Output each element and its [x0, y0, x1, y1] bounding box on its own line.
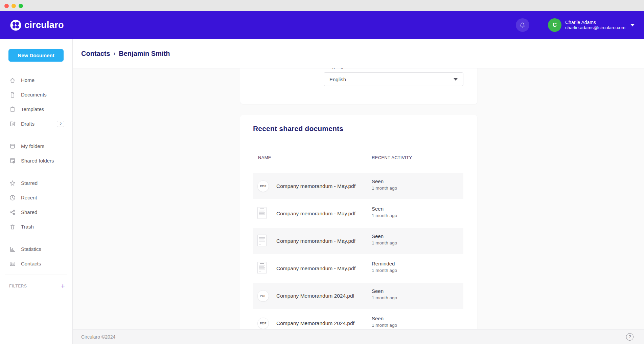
table-row[interactable]: Company memorandum - May.pdf Seen 1 mont…	[253, 200, 463, 227]
sidebar: New Document Home Documents Templates Dr…	[0, 39, 73, 344]
app-header: circularo C Charlie Adams charlie.adams@…	[0, 11, 644, 39]
sidebar-item-drafts[interactable]: Drafts 2	[0, 116, 72, 131]
sidebar-item-label: My folders	[21, 143, 44, 149]
pdf-file-icon: PDF	[257, 290, 269, 302]
activity-status: Seen	[372, 178, 397, 184]
star-icon	[9, 180, 16, 187]
brand-logo[interactable]: circularo	[10, 20, 64, 31]
sidebar-item-trash[interactable]: Trash	[0, 219, 72, 234]
sidebar-item-shared-folders[interactable]: Shared folders	[0, 153, 72, 168]
sidebar-item-label: Starred	[21, 180, 38, 186]
minimize-window-button[interactable]	[12, 4, 16, 8]
sidebar-item-recent[interactable]: Recent	[0, 190, 72, 205]
clipboard-icon	[9, 106, 16, 113]
document-name: Company memorandum - May.pdf	[276, 183, 355, 189]
brand-wordmark: circularo	[24, 20, 64, 30]
sidebar-item-statistics[interactable]: Statistics	[0, 242, 72, 256]
activity-time: 1 month ago	[372, 323, 397, 328]
activity-time: 1 month ago	[372, 268, 397, 273]
sidebar-item-label: Shared	[21, 209, 37, 215]
filters-section: FILTERS +	[0, 279, 72, 293]
maximize-window-button[interactable]	[19, 4, 23, 8]
clock-icon	[9, 194, 16, 201]
document-thumbnail-icon	[257, 234, 267, 246]
chevron-down-icon	[454, 78, 458, 81]
sidebar-item-label: Statistics	[21, 246, 41, 252]
app-window: circularo C Charlie Adams charlie.adams@…	[0, 0, 644, 344]
activity-status: Reminded	[372, 261, 397, 266]
scroll-content: Language English Recent shared documents…	[73, 68, 644, 329]
pdf-file-icon: PDF	[257, 180, 269, 192]
table-row[interactable]: PDF Company memorandum - May.pdf Seen 1 …	[253, 173, 463, 199]
copyright-text: Circularo ©2024	[81, 334, 115, 340]
sidebar-item-home[interactable]: Home	[0, 73, 72, 87]
document-name: Company Memorandum 2024.pdf	[276, 293, 354, 299]
card-title: Recent shared documents	[253, 125, 343, 133]
sidebar-item-label: Shared folders	[21, 158, 54, 164]
activity-time: 1 month ago	[372, 213, 397, 218]
footer: Circularo ©2024 ?	[73, 329, 644, 344]
sidebar-item-documents[interactable]: Documents	[0, 87, 72, 102]
sidebar-item-label: Documents	[21, 92, 47, 98]
sidebar-divider	[5, 172, 67, 172]
sidebar-item-templates[interactable]: Templates	[0, 102, 72, 116]
sidebar-item-my-folders[interactable]: My folders	[0, 139, 72, 153]
document-name: Company memorandum - May.pdf	[276, 238, 355, 244]
user-menu-caret-icon[interactable]	[630, 24, 635, 26]
user-name: Charlie Adams	[565, 20, 625, 25]
add-filter-button[interactable]: +	[61, 282, 65, 289]
share-icon	[9, 209, 16, 216]
user-email: charlie.adams@circularo.com	[565, 25, 625, 30]
activity-status: Seen	[372, 206, 397, 212]
filters-label: FILTERS	[9, 284, 27, 288]
sidebar-item-label: Drafts	[21, 121, 34, 127]
activity-status: Seen	[372, 233, 397, 239]
trash-icon	[9, 223, 16, 230]
breadcrumb-bar: Contacts › Benjamin Smith	[73, 39, 644, 68]
document-name: Company memorandum - May.pdf	[276, 211, 355, 217]
avatar[interactable]: C	[548, 18, 561, 32]
notifications-button[interactable]	[516, 18, 529, 32]
shared-folder-icon	[9, 157, 16, 164]
table-row[interactable]: Company memorandum - May.pdf Reminded 1 …	[253, 255, 463, 281]
sidebar-item-label: Home	[21, 77, 34, 83]
recent-shared-documents-card: Recent shared documents NAME RECENT ACTI…	[240, 115, 477, 329]
table-row[interactable]: PDF Company Memorandum 2024.pdf Seen 1 m…	[253, 283, 463, 309]
column-header-recent-activity: RECENT ACTIVITY	[372, 155, 412, 160]
activity-time: 1 month ago	[372, 186, 397, 191]
user-info[interactable]: Charlie Adams charlie.adams@circularo.co…	[565, 20, 625, 30]
sidebar-divider	[5, 238, 67, 238]
breadcrumb-contacts-link[interactable]: Contacts	[81, 50, 110, 58]
breadcrumb-current-page: Benjamin Smith	[119, 50, 170, 58]
contact-card-icon	[9, 260, 16, 267]
profile-settings-card: Language English	[240, 68, 477, 104]
sidebar-divider	[5, 275, 67, 275]
document-icon	[9, 91, 16, 98]
sidebar-divider	[5, 135, 67, 135]
drafts-count-badge: 2	[57, 121, 64, 127]
document-name: Company Memorandum 2024.pdf	[276, 320, 354, 326]
new-document-button[interactable]: New Document	[8, 49, 64, 62]
document-thumbnail-icon	[257, 207, 267, 219]
folder-icon	[9, 143, 16, 150]
pdf-file-icon: PDF	[257, 318, 269, 329]
sidebar-item-label: Trash	[21, 224, 34, 230]
bell-icon	[519, 22, 526, 29]
close-window-button[interactable]	[4, 4, 9, 8]
activity-status: Seen	[372, 288, 397, 294]
sidebar-item-shared[interactable]: Shared	[0, 205, 72, 219]
document-thumbnail-icon	[257, 262, 267, 274]
main-area: Contacts › Benjamin Smith Language Engli…	[73, 39, 644, 344]
breadcrumb-separator: ›	[114, 50, 116, 57]
sidebar-item-contacts[interactable]: Contacts	[0, 256, 72, 271]
table-row[interactable]: PDF Company Memorandum 2024.pdf Seen 1 m…	[253, 310, 463, 329]
help-button[interactable]: ?	[626, 333, 634, 341]
activity-time: 1 month ago	[372, 295, 397, 300]
sidebar-item-label: Templates	[21, 106, 44, 112]
sidebar-item-starred[interactable]: Starred	[0, 176, 72, 190]
language-select[interactable]: English	[324, 72, 463, 86]
document-table: PDF Company memorandum - May.pdf Seen 1 …	[253, 173, 463, 329]
bar-chart-icon	[9, 246, 16, 253]
table-row[interactable]: Company memorandum - May.pdf Seen 1 mont…	[253, 228, 463, 254]
activity-status: Seen	[372, 316, 397, 321]
